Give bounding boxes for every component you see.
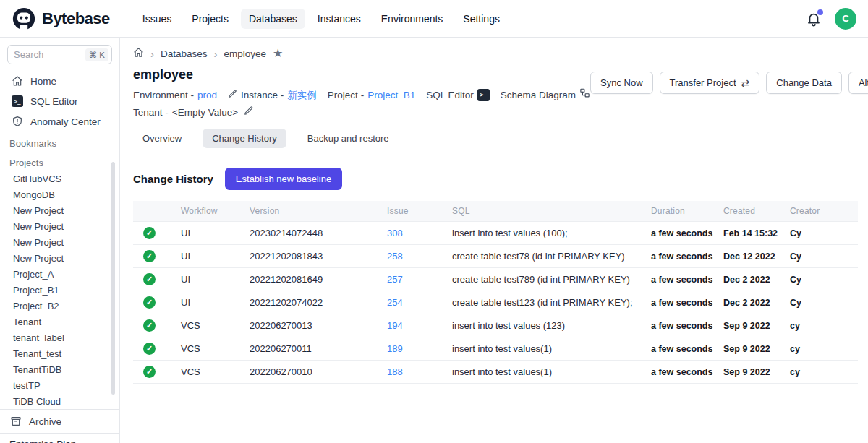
issue-link[interactable]: 254 [387,297,403,308]
instance-link[interactable]: 新实例 [287,87,317,103]
cell-duration: a few seconds [645,361,718,384]
column-created: Created [718,201,784,222]
sidebar-item-anomaly-center[interactable]: Anomaly Center [0,111,119,132]
table-row[interactable]: ✓ VCS 202206270013 194 insert into test … [133,314,858,337]
breadcrumb-databases[interactable]: Databases [161,48,208,59]
cell-creator: Cy [784,222,858,245]
search-box[interactable]: ⌘ K [7,45,112,64]
meta-sql-editor[interactable]: SQL Editor >_ [426,87,490,103]
table-header-row: Workflow Version Issue SQL Duration Crea… [133,201,858,222]
cell-creator: cy [784,337,858,361]
tab-backup-and-restore[interactable]: Backup and restore [298,129,399,148]
breadcrumb: › Databases › employee ★ [120,38,868,61]
sidebar-item-archive[interactable]: Archive [0,410,119,433]
success-check-icon: ✓ [143,319,156,332]
sync-now-button[interactable]: Sync Now [590,72,653,94]
tab-change-history[interactable]: Change History [203,129,286,148]
terminal-icon: >_ [477,89,490,101]
cell-workflow: UI [175,222,244,245]
success-check-icon: ✓ [143,366,156,378]
cell-version: 20221202081649 [244,268,381,291]
cell-created: Sep 9 2022 [718,361,784,384]
nav-item-databases[interactable]: Databases [241,9,305,29]
alter-schema-button[interactable]: Alter Schema [848,72,868,94]
nav-item-instances[interactable]: Instances [310,9,369,29]
issue-link[interactable]: 308 [387,228,403,238]
breadcrumb-home-icon[interactable] [133,47,144,60]
issue-link[interactable]: 188 [387,366,403,377]
sidebar-item-label: SQL Editor [30,96,78,107]
column-issue: Issue [381,201,446,222]
sidebar-project-item[interactable]: New Project [0,250,119,266]
cell-duration: a few seconds [645,314,718,337]
sidebar-section-bookmarks[interactable]: Bookmarks [0,132,119,151]
change-data-button[interactable]: Change Data [766,72,842,94]
top-navigation: Issues Projects Databases Instances Envi… [135,9,508,29]
cell-creator: Cy [784,268,858,291]
cell-duration: a few seconds [645,337,718,361]
table-row[interactable]: ✓ UI 20221202074022 254 create table tes… [133,291,858,314]
sidebar-project-item[interactable]: MongoDB [0,186,119,202]
table-row[interactable]: ✓ VCS 202206270011 189 insert into test … [133,337,858,361]
archive-icon [10,416,22,427]
table-row[interactable]: ✓ UI 20230214072448 308 insert into test… [133,222,858,245]
nav-item-settings[interactable]: Settings [455,9,508,29]
sidebar-project-item[interactable]: TiDB Cloud [0,393,119,409]
sidebar-project-item[interactable]: GitHubVCS [0,171,119,186]
table-row[interactable]: ✓ VCS 202206270010 188 insert into test … [133,361,858,384]
bytebase-logo[interactable]: Bytebase [12,7,110,31]
issue-link[interactable]: 189 [387,343,403,354]
sidebar-section-projects[interactable]: Projects [0,151,119,171]
nav-item-projects[interactable]: Projects [184,9,237,29]
sidebar-item-home[interactable]: Home [0,71,119,91]
issue-link[interactable]: 194 [387,320,403,331]
issue-link[interactable]: 257 [387,274,403,285]
sidebar-project-item[interactable]: Project_B1 [0,282,119,298]
brand-name: Bytebase [42,9,110,28]
meta-environment: Environment - prod [133,87,217,103]
edit-pencil-icon[interactable] [244,105,254,120]
tab-overview[interactable]: Overview [133,129,191,148]
sidebar-item-label: Archive [29,416,61,427]
bookmark-star-icon[interactable]: ★ [273,48,283,59]
issue-link[interactable]: 258 [387,251,403,262]
success-check-icon: ✓ [143,296,156,309]
sidebar-project-item[interactable]: New Project [0,234,119,250]
nav-item-environments[interactable]: Environments [373,9,451,29]
column-sql: SQL [446,201,645,222]
search-input[interactable] [14,49,85,60]
cell-version: 20221202074022 [244,291,381,314]
schema-diagram-icon [579,87,590,103]
cell-workflow: UI [175,291,244,314]
cell-sql: create table test789 (id int PRIMARY KEY… [446,268,645,291]
table-row[interactable]: ✓ UI 20221202081649 257 create table tes… [133,268,858,291]
sidebar: ⌘ K Home >_ SQL Editor [0,38,120,443]
sidebar-project-item[interactable]: New Project [0,218,119,234]
sidebar-project-item[interactable]: tenant_label [0,330,119,345]
sidebar-item-sql-editor[interactable]: >_ SQL Editor [0,91,119,111]
sidebar-project-item[interactable]: New Project [0,202,119,218]
sidebar-scrollbar[interactable] [111,162,115,395]
establish-baseline-button[interactable]: Establish new baseline [225,168,342,190]
transfer-project-button[interactable]: Transfer Project ⇄ [660,72,760,94]
cell-duration: a few seconds [645,245,718,268]
user-avatar[interactable]: C [835,8,856,30]
sidebar-project-item[interactable]: Project_B2 [0,298,119,314]
meta-schema-diagram[interactable]: Schema Diagram [501,87,590,103]
cell-version: 202206270013 [244,314,381,337]
environment-link[interactable]: prod [197,87,217,103]
breadcrumb-employee[interactable]: employee [224,48,267,59]
sidebar-project-item[interactable]: Tenant [0,314,119,330]
cell-version: 202206270010 [244,361,381,384]
cell-workflow: UI [175,245,244,268]
success-check-icon: ✓ [143,343,156,355]
sidebar-project-item[interactable]: Tenant_test [0,345,119,361]
project-link[interactable]: Project_B1 [367,87,415,103]
cell-created: Dec 12 2022 [718,245,784,268]
sidebar-project-item[interactable]: Project_A [0,266,119,282]
sidebar-project-item[interactable]: testTP [0,377,119,393]
sidebar-project-item[interactable]: TenantTiDB [0,361,119,377]
notification-bell-icon[interactable] [806,11,822,27]
table-row[interactable]: ✓ UI 20221202081843 258 create table tes… [133,245,858,268]
nav-item-issues[interactable]: Issues [135,9,179,29]
